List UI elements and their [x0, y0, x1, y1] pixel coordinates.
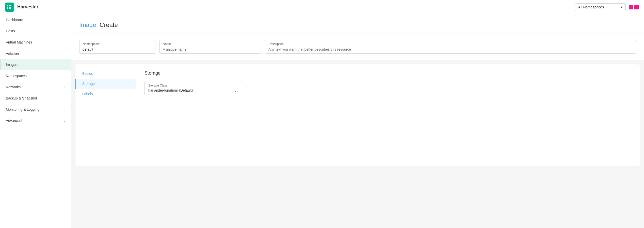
description-field[interactable]: Description: [265, 40, 636, 54]
app-logo: [5, 3, 14, 12]
tab-storage-label: Storage: [82, 82, 95, 86]
app-title: Harvester: [17, 4, 38, 10]
chevron-down-icon: ⌄: [150, 48, 152, 51]
sidebar-item-label: Namespaces: [6, 74, 27, 78]
svg-rect-8: [10, 8, 11, 9]
sidebar-item-hosts[interactable]: Hosts: [0, 25, 71, 37]
namespace-chevron-icon: ▾: [621, 5, 622, 9]
svg-rect-7: [9, 8, 10, 9]
sidebar-item-label: Volumes: [6, 51, 20, 55]
chevron-down-icon: ⌄: [234, 88, 237, 92]
tab-labels-label: Labels: [82, 92, 93, 96]
storage-class-label: Storage Class: [148, 84, 237, 87]
topbar-right: All Namespaces ▾: [575, 3, 639, 11]
svg-rect-0: [7, 5, 8, 6]
svg-rect-3: [7, 7, 8, 8]
svg-rect-2: [10, 5, 11, 6]
name-input[interactable]: [163, 47, 258, 51]
sidebar-item-label: Hosts: [6, 29, 15, 33]
sidebar-item-label: Dashboard: [6, 18, 23, 22]
name-field[interactable]: Name*: [159, 40, 261, 54]
page-title-action: Create: [100, 21, 118, 28]
namespace-field[interactable]: Namespace* default ⌄: [79, 40, 155, 54]
sidebar-item-volumes[interactable]: Volumes: [0, 48, 71, 59]
storage-class-selector[interactable]: Storage Class harvester-longhorn (Defaul…: [144, 81, 241, 95]
name-label: Name*: [163, 42, 258, 46]
sidebar-item-label: Advanced: [6, 119, 22, 123]
form-row: Namespace* default ⌄ Name* Description: [79, 40, 636, 54]
svg-rect-5: [10, 7, 11, 8]
sidebar-item-backup-snapshot[interactable]: Backup & Snapshot ⌄: [0, 93, 71, 104]
page-title-label: Image:: [79, 21, 98, 28]
sidebar-item-label: Virtual Machines: [6, 40, 32, 44]
layout: Dashboard Hosts Virtual Machines Volumes…: [0, 14, 644, 228]
topbar-left: Harvester: [5, 3, 38, 12]
storage-class-value: harvester-longhorn (Default) ⌄: [148, 88, 237, 92]
sidebar-item-virtual-machines[interactable]: Virtual Machines: [0, 37, 71, 48]
content-body: Basics Storage Labels Storage Storage Cl…: [75, 64, 640, 166]
description-input[interactable]: [268, 47, 633, 51]
chevron-down-icon: ⌄: [63, 108, 66, 111]
tab-storage[interactable]: Storage: [75, 79, 136, 89]
namespace-selector[interactable]: All Namespaces ▾: [575, 3, 626, 11]
svg-rect-1: [9, 5, 10, 6]
tabs-sidebar: Basics Storage Labels: [75, 64, 136, 166]
storage-section-title: Storage: [144, 70, 632, 76]
page-header: Image: Create: [71, 14, 644, 34]
avatar-square-1: [629, 5, 633, 9]
sidebar-item-dashboard[interactable]: Dashboard: [0, 14, 71, 25]
form-area: Namespace* default ⌄ Name* Description: [71, 34, 644, 60]
chevron-down-icon: ⌄: [63, 96, 66, 100]
svg-rect-6: [7, 8, 8, 9]
chevron-down-icon: ⌄: [63, 85, 66, 89]
main-content: Image: Create Namespace* default ⌄: [71, 14, 644, 228]
namespace-value: default ⌄: [83, 47, 152, 51]
sidebar-item-advanced[interactable]: Advanced ⌄: [0, 115, 71, 126]
sidebar-item-networks[interactable]: Networks ⌄: [0, 81, 71, 93]
page-title: Image: Create: [79, 21, 636, 28]
description-label: Description: [268, 42, 633, 46]
tab-content-storage: Storage Storage Class harvester-longhorn…: [136, 64, 640, 166]
sidebar-item-images[interactable]: Images: [0, 59, 71, 70]
tab-basics[interactable]: Basics: [75, 68, 136, 79]
sidebar-item-label: Monitoring & Logging: [6, 107, 39, 111]
sidebar-item-label: Images: [6, 63, 18, 67]
namespace-selector-label: All Namespaces: [578, 5, 604, 9]
avatar-square-2: [634, 5, 639, 9]
tab-labels[interactable]: Labels: [75, 89, 136, 99]
topbar: Harvester All Namespaces ▾: [0, 0, 644, 14]
sidebar-item-namespaces[interactable]: Namespaces: [0, 70, 71, 81]
sidebar: Dashboard Hosts Virtual Machines Volumes…: [0, 14, 71, 228]
sidebar-item-label: Networks: [6, 85, 21, 89]
sidebar-item-monitoring-logging[interactable]: Monitoring & Logging ⌄: [0, 104, 71, 115]
chevron-down-icon: ⌄: [63, 119, 66, 122]
svg-rect-4: [9, 7, 10, 8]
sidebar-item-label: Backup & Snapshot: [6, 96, 37, 100]
avatar-group: [629, 5, 639, 9]
namespace-label: Namespace*: [83, 42, 152, 46]
tab-basics-label: Basics: [82, 72, 93, 76]
